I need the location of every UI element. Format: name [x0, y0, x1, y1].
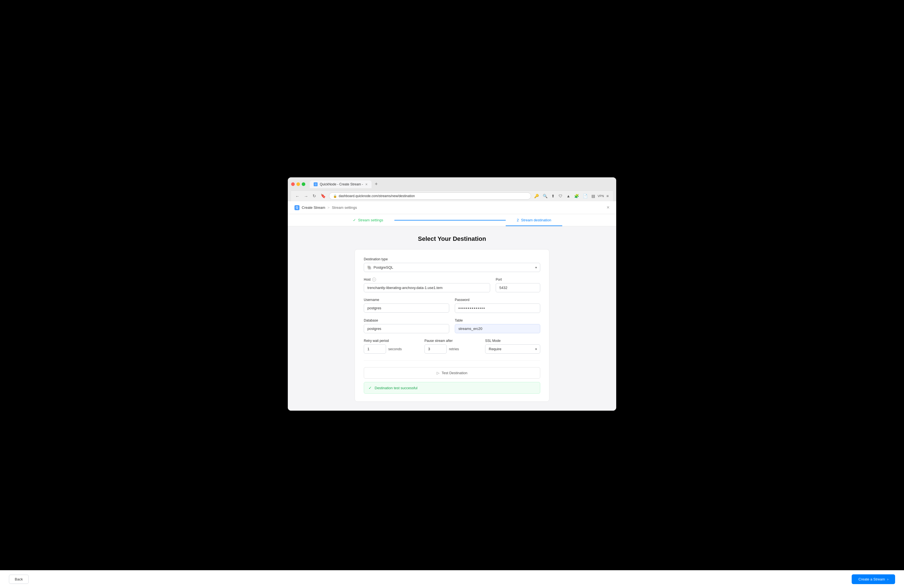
extension-icon-1[interactable]: 🛡: [557, 193, 564, 199]
extension-icon-3[interactable]: 🧩: [573, 193, 580, 199]
breadcrumb: Q Create Stream > Stream settings: [294, 205, 357, 210]
browser-chrome: Q QuickNode - Create Stream - × + ← → ↻ …: [288, 177, 616, 201]
retry-pause-ssl-row: Retry wait period seconds Pause stream a…: [364, 339, 540, 354]
menu-icon[interactable]: ≡: [605, 193, 610, 199]
success-check-icon: ✓: [368, 386, 372, 390]
share-icon[interactable]: ⬆: [550, 193, 556, 199]
ssl-mode-label: SSL Mode: [485, 339, 540, 343]
reader-icon[interactable]: 📄: [582, 193, 589, 199]
tab-title: QuickNode - Create Stream -: [320, 182, 363, 186]
ssl-mode-select[interactable]: Require: [485, 345, 540, 354]
step-indicator: ✓ Stream settings 2 Stream destination: [288, 214, 616, 226]
port-col: Port: [496, 278, 540, 292]
step2-number: 2: [517, 218, 519, 222]
key-icon[interactable]: 🔑: [533, 193, 540, 199]
table-label: Table: [455, 318, 540, 322]
host-port-row: Host i Port: [364, 278, 540, 292]
breadcrumb-current: Stream settings: [332, 205, 357, 210]
port-input[interactable]: [496, 283, 540, 292]
pause-stream-label: Pause stream after: [424, 339, 480, 343]
bookmark-button[interactable]: 🔖: [319, 192, 327, 200]
username-password-row: Username Password: [364, 298, 540, 313]
database-input[interactable]: [364, 324, 449, 333]
address-bar[interactable]: 🔒 dashboard.quicknode.com/streams/new/de…: [329, 192, 531, 200]
step2-label: Stream destination: [521, 218, 551, 222]
retries-label: retries: [449, 347, 459, 351]
test-destination-button[interactable]: ▷ Test Destination: [364, 367, 540, 379]
destination-type-label: Destination type: [364, 257, 540, 261]
toolbar-icons: 🔑 🔍 ⬆ 🛡 ▲ 🧩 📄 ▤ VPN ≡: [533, 193, 610, 199]
form-card: Destination type 🐘 PostgreSQL ▾ Host: [355, 249, 549, 402]
browser-toolbar: ← → ↻ 🔖 🔒 dashboard.quicknode.com/stream…: [291, 190, 613, 201]
url-text: dashboard.quicknode.com/streams/new/dest…: [339, 194, 415, 198]
username-input[interactable]: [364, 303, 449, 313]
postgresql-icon: 🐘: [367, 266, 372, 270]
destination-type-group: Destination type 🐘 PostgreSQL ▾: [364, 257, 540, 272]
header-close-button[interactable]: ×: [607, 205, 610, 210]
host-info-icon[interactable]: i: [372, 278, 376, 281]
reload-button[interactable]: ↻: [311, 192, 318, 200]
retry-wait-inline: seconds: [364, 345, 419, 354]
tab-favicon: Q: [314, 182, 318, 186]
divider: [364, 360, 540, 360]
retry-wait-col: Retry wait period seconds: [364, 339, 419, 354]
step-2: 2 Stream destination: [506, 218, 563, 226]
table-input[interactable]: [455, 324, 540, 333]
close-traffic-light[interactable]: [291, 182, 295, 186]
table-col: Table: [455, 318, 540, 333]
sidebar-icon[interactable]: ▤: [590, 193, 596, 199]
lock-icon: 🔒: [333, 194, 337, 198]
port-label: Port: [496, 278, 540, 281]
back-nav-button[interactable]: ←: [294, 193, 301, 200]
username-label: Username: [364, 298, 449, 302]
play-icon: ▷: [437, 371, 439, 375]
step-line: [394, 220, 506, 220]
pause-stream-col: Pause stream after retries: [424, 339, 480, 354]
username-col: Username: [364, 298, 449, 313]
step1-check: ✓: [353, 218, 356, 222]
password-input[interactable]: [455, 303, 540, 313]
host-label: Host i: [364, 278, 490, 281]
password-col: Password: [455, 298, 540, 313]
success-message: Destination test successful: [375, 386, 417, 390]
database-label: Database: [364, 318, 449, 322]
zoom-icon[interactable]: 🔍: [541, 193, 549, 199]
ssl-mode-select-wrapper: Require ▾: [485, 345, 540, 354]
step1-label: Stream settings: [358, 218, 383, 222]
tab-bar: Q QuickNode - Create Stream - × +: [310, 180, 613, 188]
forward-nav-button[interactable]: →: [303, 193, 310, 200]
app-content: Q Create Stream > Stream settings × ✓ St…: [288, 201, 616, 411]
success-banner: ✓ Destination test successful: [364, 382, 540, 394]
test-dest-label: Test Destination: [442, 371, 468, 375]
page-title: Select Your Destination: [418, 235, 486, 242]
ssl-mode-col: SSL Mode Require ▾: [485, 339, 540, 354]
retry-wait-label: Retry wait period: [364, 339, 419, 343]
step-1: ✓ Stream settings: [342, 218, 394, 222]
database-table-row: Database Table: [364, 318, 540, 333]
destination-type-select[interactable]: PostgreSQL: [364, 263, 540, 272]
app-header: Q Create Stream > Stream settings ×: [288, 201, 616, 214]
extension-icon-2[interactable]: ▲: [565, 193, 572, 199]
browser-window: Q QuickNode - Create Stream - × + ← → ↻ …: [288, 177, 616, 411]
traffic-lights: [291, 182, 305, 186]
minimize-traffic-light[interactable]: [296, 182, 300, 186]
pause-stream-input[interactable]: [424, 345, 447, 354]
maximize-traffic-light[interactable]: [302, 182, 305, 186]
vpn-label: VPN: [597, 194, 604, 198]
logo-text: Q: [296, 206, 298, 209]
seconds-label: seconds: [388, 347, 401, 351]
host-col: Host i: [364, 278, 490, 292]
new-tab-button[interactable]: +: [373, 180, 380, 188]
tab-close-icon[interactable]: ×: [365, 182, 367, 187]
destination-type-select-wrapper: 🐘 PostgreSQL ▾: [364, 263, 540, 272]
breadcrumb-separator: >: [327, 205, 330, 210]
main-content: Select Your Destination Destination type…: [288, 226, 616, 411]
browser-tab[interactable]: Q QuickNode - Create Stream - ×: [310, 180, 371, 188]
pause-stream-inline: retries: [424, 345, 480, 354]
browser-titlebar: Q QuickNode - Create Stream - × +: [291, 180, 613, 188]
host-input[interactable]: [364, 283, 490, 292]
quicknode-logo: Q: [294, 205, 299, 210]
breadcrumb-create-stream[interactable]: Create Stream: [302, 205, 326, 210]
retry-wait-input[interactable]: [364, 345, 386, 354]
password-label: Password: [455, 298, 540, 302]
